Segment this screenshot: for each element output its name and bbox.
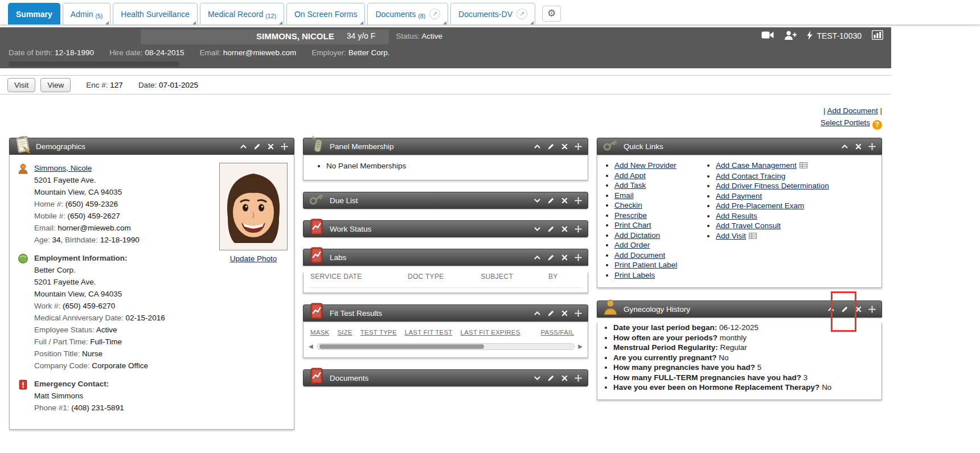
lightning-icon[interactable] bbox=[807, 31, 813, 42]
popout-icon[interactable]: ↗ bbox=[516, 9, 527, 19]
move-icon[interactable] bbox=[281, 143, 288, 150]
quick-link[interactable]: Add Case Management bbox=[716, 161, 797, 170]
quick-link[interactable]: Add Dictation bbox=[614, 231, 660, 240]
labs-column-headers: SERVICE DATE DOC TYPE SUBJECT BY bbox=[309, 273, 582, 288]
close-icon[interactable] bbox=[561, 143, 568, 150]
visit-button[interactable]: Visit bbox=[7, 78, 35, 92]
collapse-icon[interactable] bbox=[534, 254, 541, 261]
close-icon[interactable] bbox=[267, 143, 274, 150]
move-icon[interactable] bbox=[575, 254, 582, 261]
patient-name-link[interactable]: Simmons, Nicole bbox=[34, 164, 92, 172]
list-view-icon[interactable] bbox=[799, 162, 807, 170]
quick-link[interactable]: Add Pre-Placement Exam bbox=[716, 201, 804, 210]
quick-link[interactable]: Add Appt bbox=[614, 171, 646, 180]
quick-link[interactable]: Add Driver Fitness Determination bbox=[716, 182, 829, 190]
close-icon[interactable] bbox=[855, 306, 862, 313]
collapse-icon[interactable] bbox=[534, 310, 541, 317]
edit-icon[interactable] bbox=[841, 306, 848, 313]
tab-settings-button[interactable]: ⚙ bbox=[542, 6, 561, 22]
portlet-title: Work Status bbox=[330, 225, 371, 233]
quick-link[interactable]: Add Payment bbox=[716, 192, 762, 200]
bar-chart-icon[interactable] bbox=[872, 30, 883, 42]
close-icon[interactable] bbox=[561, 374, 568, 382]
update-photo-link[interactable]: Update Photo bbox=[230, 254, 277, 263]
edit-icon[interactable] bbox=[547, 310, 555, 317]
portlet-title: Labs bbox=[330, 253, 346, 262]
close-icon[interactable] bbox=[561, 197, 568, 204]
scrollbar-thumb[interactable] bbox=[9, 61, 179, 67]
column-header[interactable]: SIZE bbox=[337, 329, 352, 336]
help-icon[interactable]: ? bbox=[872, 120, 882, 130]
edit-icon[interactable] bbox=[547, 143, 555, 150]
quick-link[interactable]: Add New Provider bbox=[614, 161, 676, 170]
tab-documents-dv[interactable]: Documents-DV ↗ bbox=[450, 3, 535, 24]
add-person-icon[interactable] bbox=[784, 31, 797, 42]
quick-link[interactable]: Add Results bbox=[716, 212, 757, 220]
column-header[interactable]: TEST TYPE bbox=[360, 329, 397, 336]
select-portlets-link[interactable]: Select Portlets bbox=[821, 118, 870, 127]
collapse-icon[interactable] bbox=[240, 143, 247, 150]
quick-link[interactable]: Add Contact Tracing bbox=[716, 172, 785, 180]
move-icon[interactable] bbox=[575, 374, 582, 382]
tab-admin[interactable]: Admin (5) bbox=[63, 3, 111, 24]
gynecology-history-body: Date your last period began: 06-12-2025 … bbox=[597, 323, 882, 400]
quick-link[interactable]: Prescribe bbox=[614, 211, 647, 220]
scrollbar-track[interactable] bbox=[317, 343, 575, 350]
move-icon[interactable] bbox=[575, 310, 582, 317]
quick-link[interactable]: Add Document bbox=[614, 251, 665, 260]
quick-link[interactable]: Add Order bbox=[614, 241, 650, 249]
list-view-icon[interactable] bbox=[749, 232, 757, 241]
expand-icon[interactable] bbox=[534, 225, 541, 233]
scroll-right-arrow[interactable]: ▶ bbox=[578, 344, 583, 349]
tab-medical-record[interactable]: Medical Record (12) bbox=[200, 3, 284, 24]
email-line: Email: horner@mieweb.com bbox=[34, 222, 140, 234]
video-camera-icon[interactable] bbox=[761, 31, 774, 41]
tab-on-screen-forms[interactable]: On Screen Forms bbox=[286, 3, 365, 24]
panel-membership-icon bbox=[307, 135, 326, 154]
collapse-icon[interactable] bbox=[841, 143, 848, 150]
column-header[interactable]: LAST FIT TEST bbox=[405, 329, 453, 336]
edit-icon[interactable] bbox=[253, 143, 261, 150]
tab-health-surveillance[interactable]: Health Surveillance bbox=[113, 3, 198, 24]
expand-icon[interactable] bbox=[534, 197, 541, 204]
view-button[interactable]: View bbox=[40, 78, 71, 92]
close-icon[interactable] bbox=[855, 143, 862, 150]
edit-icon[interactable] bbox=[547, 225, 555, 233]
move-icon[interactable] bbox=[575, 197, 582, 204]
quick-link[interactable]: Checkin bbox=[614, 201, 642, 209]
quick-link[interactable]: Add Visit bbox=[716, 232, 746, 240]
collapse-icon[interactable] bbox=[534, 143, 541, 150]
quick-link[interactable]: Email bbox=[614, 191, 634, 200]
edit-icon[interactable] bbox=[547, 254, 555, 261]
patient-header: SIMMONS, NICOLE 34 y/o F Status: Active … bbox=[0, 27, 891, 68]
quick-link[interactable]: Print Chart bbox=[614, 221, 651, 229]
quick-link[interactable]: Add Travel Consult bbox=[716, 221, 781, 230]
employment-icon bbox=[18, 252, 29, 372]
scroll-left-arrow[interactable]: ◀ bbox=[309, 344, 313, 349]
edit-icon[interactable] bbox=[547, 197, 555, 204]
add-document-link[interactable]: Add Document bbox=[827, 106, 878, 115]
column-header[interactable]: LAST FIT EXPIRES bbox=[461, 329, 520, 336]
move-icon[interactable] bbox=[575, 143, 582, 150]
quick-link[interactable]: Print Labels bbox=[614, 271, 655, 279]
popout-icon[interactable]: ↗ bbox=[429, 9, 440, 19]
quick-link[interactable]: Print Patient Label bbox=[614, 261, 677, 269]
employer-field: Employer: Better Corp. bbox=[311, 48, 389, 57]
move-icon[interactable] bbox=[868, 143, 876, 150]
move-icon[interactable] bbox=[868, 306, 876, 313]
tab-documents[interactable]: Documents (8) ↗ bbox=[367, 3, 448, 24]
close-icon[interactable] bbox=[561, 225, 568, 233]
close-icon[interactable] bbox=[561, 310, 568, 317]
quick-link[interactable]: Add Task bbox=[614, 181, 646, 190]
move-icon[interactable] bbox=[575, 225, 582, 233]
tab-summary[interactable]: Summary bbox=[8, 3, 60, 24]
scrollbar-thumb[interactable] bbox=[319, 344, 484, 349]
column-header[interactable]: PASS/FAIL bbox=[541, 329, 574, 336]
patient-age-sex: 34 y/o F bbox=[347, 31, 376, 40]
expand-icon[interactable] bbox=[534, 374, 541, 382]
collapse-icon[interactable] bbox=[827, 306, 835, 313]
close-icon[interactable] bbox=[561, 254, 568, 261]
encounter-number: Enc #: 127 bbox=[86, 81, 123, 89]
column-header[interactable]: MASK bbox=[310, 329, 329, 336]
edit-icon[interactable] bbox=[547, 374, 555, 382]
